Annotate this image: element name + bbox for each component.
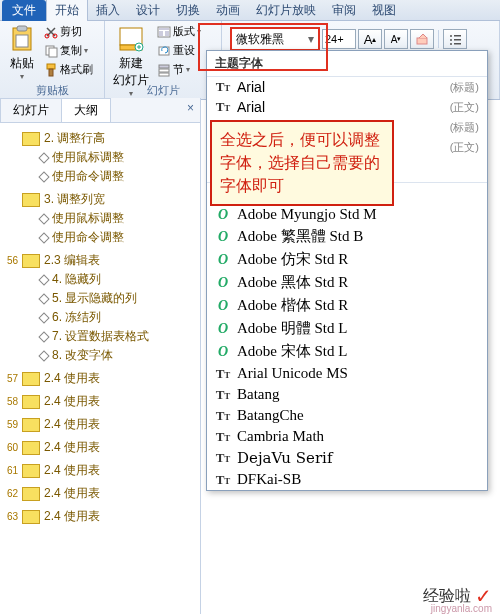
tab-animations[interactable]: 动画 <box>208 0 248 21</box>
font-type-icon: O <box>215 321 231 337</box>
svg-rect-14 <box>159 31 163 36</box>
svg-rect-6 <box>49 48 57 57</box>
svg-rect-24 <box>454 39 461 41</box>
tab-review[interactable]: 审阅 <box>324 0 364 21</box>
outline-section-head[interactable]: 562.3 编辑表 <box>0 251 200 270</box>
outline-section-head[interactable]: 582.4 使用表 <box>0 392 200 411</box>
outline-section-head[interactable]: 622.4 使用表 <box>0 484 200 503</box>
tab-slides-thumb[interactable]: 幻灯片 <box>0 98 62 122</box>
copy-button[interactable]: 复制▾ <box>42 42 95 59</box>
slide-thumb-icon <box>22 193 40 207</box>
chevron-down-icon: ▾ <box>308 32 314 46</box>
font-option[interactable]: OAdobe 黑体 Std R <box>207 271 487 294</box>
font-option[interactable]: OAdobe 仿宋 Std R <box>207 248 487 271</box>
outline-section-head[interactable]: 572.4 使用表 <box>0 369 200 388</box>
cut-icon <box>44 25 58 39</box>
grow-font-button[interactable]: A▴ <box>358 29 382 49</box>
paste-button[interactable]: 粘贴 ▾ <box>4 23 40 83</box>
svg-rect-22 <box>454 35 461 37</box>
shrink-font-button[interactable]: A▾ <box>384 29 408 49</box>
svg-rect-17 <box>159 65 169 68</box>
paste-icon <box>8 25 36 53</box>
outline-item[interactable]: 使用命令调整 <box>40 228 200 247</box>
font-family-combo[interactable]: 微软雅黑 ▾ <box>230 27 320 51</box>
font-size-combo[interactable]: 24+ <box>322 29 356 49</box>
svg-rect-8 <box>49 69 53 76</box>
font-type-icon: O <box>215 344 231 360</box>
copy-icon <box>44 44 58 58</box>
group-clipboard: 粘贴 ▾ 剪切 复制▾ 格式刷 剪贴板 <box>0 21 105 99</box>
outline-item[interactable]: 7. 设置数据表格式 <box>40 327 200 346</box>
font-type-icon: TT <box>215 387 231 403</box>
bullets-button[interactable] <box>443 29 467 49</box>
tab-slideshow[interactable]: 幻灯片放映 <box>248 0 324 21</box>
tab-outline[interactable]: 大纲 <box>61 98 111 122</box>
font-type-icon: O <box>215 207 231 223</box>
font-option[interactable]: TTDFKai-SB <box>207 469 487 490</box>
ribbon-tabs: 文件 开始 插入 设计 切换 动画 幻灯片放映 审阅 视图 <box>0 0 500 21</box>
font-option[interactable]: TTBatangChe <box>207 405 487 426</box>
tab-insert[interactable]: 插入 <box>88 0 128 21</box>
watermark-url: jingyanla.com <box>431 603 492 614</box>
slide-thumb-icon <box>22 510 40 524</box>
font-option[interactable]: TTBatang <box>207 384 487 405</box>
reset-button[interactable]: 重设 <box>155 42 203 59</box>
font-type-icon: TT <box>215 472 231 488</box>
outline-body: 2. 调整行高使用鼠标调整使用命令调整3. 调整列宽使用鼠标调整使用命令调整56… <box>0 123 200 532</box>
font-option[interactable]: OAdobe 宋体 Std L <box>207 340 487 363</box>
svg-rect-26 <box>454 43 461 45</box>
outline-item[interactable]: 8. 改变字体 <box>40 346 200 365</box>
outline-pane: 幻灯片 大纲 × 2. 调整行高使用鼠标调整使用命令调整3. 调整列宽使用鼠标调… <box>0 98 201 614</box>
font-type-icon: TT <box>215 429 231 445</box>
outline-item[interactable]: 使用命令调整 <box>40 167 200 186</box>
svg-rect-18 <box>159 69 169 72</box>
outline-section-head[interactable]: 602.4 使用表 <box>0 438 200 457</box>
font-option[interactable]: OAdobe 明體 Std L <box>207 317 487 340</box>
slide-thumb-icon <box>22 487 40 501</box>
font-option[interactable]: OAdobe 楷体 Std R <box>207 294 487 317</box>
paste-label: 粘贴 <box>10 55 34 72</box>
font-option[interactable]: OAdobe 繁黑體 Std B <box>207 225 487 248</box>
font-option[interactable]: TTArial Unicode MS <box>207 363 487 384</box>
tab-home[interactable]: 开始 <box>46 0 88 21</box>
cut-button[interactable]: 剪切 <box>42 23 95 40</box>
format-painter-button[interactable]: 格式刷 <box>42 61 95 78</box>
outline-section-head[interactable]: 3. 调整列宽 <box>0 190 200 209</box>
svg-rect-7 <box>47 64 55 69</box>
layout-button[interactable]: 版式▾ <box>155 23 203 40</box>
outline-item[interactable]: 使用鼠标调整 <box>40 148 200 167</box>
outline-item[interactable]: 4. 隐藏列 <box>40 270 200 289</box>
outline-section-head[interactable]: 612.4 使用表 <box>0 461 200 480</box>
font-option[interactable]: TTCambria Math <box>207 426 487 447</box>
svg-point-23 <box>450 39 452 41</box>
svg-point-21 <box>450 35 452 37</box>
outline-section-head[interactable]: 592.4 使用表 <box>0 415 200 434</box>
outline-item[interactable]: 使用鼠标调整 <box>40 209 200 228</box>
reset-icon <box>157 44 171 58</box>
slide-thumb-icon <box>22 132 40 146</box>
tab-transitions[interactable]: 切换 <box>168 0 208 21</box>
font-type-icon: O <box>215 275 231 291</box>
slide-thumb-icon <box>22 372 40 386</box>
tab-design[interactable]: 设计 <box>128 0 168 21</box>
outline-section-head[interactable]: 632.4 使用表 <box>0 507 200 526</box>
clear-format-button[interactable] <box>410 29 434 49</box>
svg-point-25 <box>450 43 452 45</box>
tab-view[interactable]: 视图 <box>364 0 404 21</box>
font-option[interactable]: TTArial(标题) <box>207 77 487 97</box>
slide-thumb-icon <box>22 418 40 432</box>
section-icon <box>157 63 171 77</box>
font-type-icon: TT <box>215 450 231 466</box>
font-option[interactable]: TTDejaVu Serif <box>207 447 487 469</box>
outline-item[interactable]: 5. 显示隐藏的列 <box>40 289 200 308</box>
svg-rect-15 <box>165 31 169 36</box>
brush-icon <box>44 63 58 77</box>
close-icon[interactable]: × <box>181 98 200 122</box>
layout-icon <box>157 25 171 39</box>
tab-file[interactable]: 文件 <box>2 0 46 21</box>
section-button[interactable]: 节▾ <box>155 61 203 78</box>
font-option[interactable]: OAdobe Myungjo Std M <box>207 204 487 225</box>
outline-section-head[interactable]: 2. 调整行高 <box>0 129 200 148</box>
font-option[interactable]: TTArial(正文) <box>207 97 487 117</box>
outline-item[interactable]: 6. 冻结列 <box>40 308 200 327</box>
